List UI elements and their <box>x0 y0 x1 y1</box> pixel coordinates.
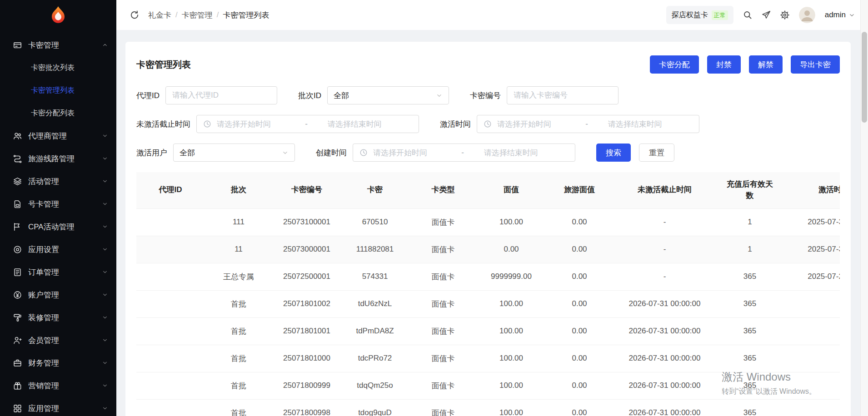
table-cell: 574331 <box>341 263 409 290</box>
sidebar-item[interactable]: 订单管理 <box>0 261 116 283</box>
reset-button[interactable]: 重置 <box>639 144 674 162</box>
table-cell: 25072500001 <box>273 263 341 290</box>
sidebar-item[interactable]: 装修管理 <box>0 306 116 329</box>
table-cell: 2025-07-31 21: <box>784 236 840 263</box>
range-end-placeholder: 请选择结束时间 <box>592 119 693 129</box>
chevron-down-icon <box>436 92 443 99</box>
table-cell <box>784 317 840 345</box>
chevron-down-icon <box>102 382 108 389</box>
marketing-icon <box>13 381 22 391</box>
unban-button[interactable]: 解禁 <box>749 55 783 74</box>
sidebar-item[interactable]: 应用管理 <box>0 397 116 416</box>
avatar[interactable] <box>799 7 815 23</box>
breadcrumb-separator: / <box>217 10 219 20</box>
activate-user-select-value: 全部 <box>180 148 195 158</box>
activate-time-range-picker[interactable]: 请选择开始时间 - 请选择结束时间 <box>477 115 699 133</box>
activate-user-select[interactable]: 全部 <box>173 144 295 162</box>
table-cell: 首批 <box>205 372 273 399</box>
agent-id-input[interactable] <box>165 86 277 104</box>
table-cell: 11 <box>205 236 273 263</box>
table-cell: 0.00 <box>545 345 614 372</box>
table-cell: 670510 <box>341 208 409 236</box>
table-cell: 9999999.00 <box>477 263 545 290</box>
user-menu[interactable]: admin <box>825 10 855 20</box>
table-cell: 面值卡 <box>409 236 477 263</box>
table-header-cell: 旅游面值 <box>545 172 614 208</box>
search-icon[interactable] <box>743 10 752 20</box>
sidebar-item[interactable]: 应用设置 <box>0 238 116 261</box>
send-icon[interactable] <box>762 10 771 20</box>
sidebar-item[interactable]: 账户管理 <box>0 283 116 306</box>
breadcrumb-item[interactable]: 礼金卡 <box>148 10 171 20</box>
card-assign-button[interactable]: 卡密分配 <box>650 55 699 74</box>
decoration-icon <box>13 313 22 322</box>
table-cell: 王总专属 <box>205 263 273 290</box>
table-cell: 首批 <box>205 290 273 317</box>
range-separator: - <box>461 148 464 157</box>
table-cell <box>136 236 205 263</box>
create-time-range-picker[interactable]: 请选择开始时间 - 请选择结束时间 <box>353 144 575 162</box>
table-cell: 0.00 <box>545 399 614 416</box>
sidebar-subitem-active[interactable]: 卡密管理列表 <box>0 79 116 102</box>
table-cell: 25073100001 <box>273 208 341 236</box>
sidebar-item[interactable]: 卡密管理 <box>0 34 116 56</box>
chevron-down-icon <box>102 178 108 184</box>
table-header-cell: 面值 <box>477 172 545 208</box>
filter-row-3: 激活用户 全部 创建时间 <box>136 144 840 162</box>
agent-id-label: 代理ID <box>136 90 160 101</box>
user-name: admin <box>825 10 846 20</box>
table-header-cell: 卡密 <box>341 172 409 208</box>
table-cell: 0.00 <box>477 236 545 263</box>
table-cell <box>136 317 205 345</box>
sidebar-item[interactable]: CPA活动管理 <box>0 215 116 238</box>
scrollbar-thumb[interactable] <box>862 32 867 123</box>
table-row: 11125073100001670510面值卡100.000.00-12025-… <box>136 208 840 236</box>
table-cell: tdU6zNzL <box>341 290 409 317</box>
chevron-down-icon <box>102 405 108 411</box>
refresh-icon[interactable] <box>130 10 139 20</box>
table-cell: 面值卡 <box>409 263 477 290</box>
batch-id-select[interactable]: 全部 <box>327 86 449 104</box>
table-cell <box>784 345 840 372</box>
table-cell: 365 <box>716 399 784 416</box>
table-cell: 面值卡 <box>409 290 477 317</box>
breadcrumb-item[interactable]: 卡密管理 <box>182 10 213 20</box>
card-no-input[interactable] <box>507 86 619 104</box>
table-cell: 365 <box>716 345 784 372</box>
table-cell: - <box>614 236 716 263</box>
sidebar-item[interactable]: 代理商管理 <box>0 124 116 147</box>
sidebar-item[interactable]: 财务管理 <box>0 352 116 374</box>
topbar: 礼金卡 / 卡密管理 / 卡密管理列表 探店权益卡 正常 <box>116 0 868 30</box>
current-card-label: 探店权益卡 <box>672 10 708 20</box>
sidebar-item[interactable]: 会员管理 <box>0 329 116 352</box>
table-cell: 25071801000 <box>273 345 341 372</box>
batch-id-select-value: 全部 <box>334 90 349 101</box>
sidebar-item[interactable]: 旅游线路管理 <box>0 147 116 170</box>
table-cell <box>784 372 840 399</box>
table-cell: 100.00 <box>477 317 545 345</box>
sim-card-icon <box>13 199 22 209</box>
current-card-pill[interactable]: 探店权益卡 正常 <box>666 6 733 24</box>
table-cell: - <box>614 263 716 290</box>
sidebar-item[interactable]: 活动管理 <box>0 170 116 193</box>
sidebar-subitem[interactable]: 卡密批次列表 <box>0 56 116 79</box>
table-cell: 365 <box>716 290 784 317</box>
table-cell: 首批 <box>205 317 273 345</box>
card-head: 卡密管理列表 卡密分配封禁解禁导出卡密 <box>136 42 840 86</box>
chevron-down-icon <box>282 149 289 156</box>
sidebar-subitem[interactable]: 卡密分配列表 <box>0 102 116 124</box>
export-cards-button[interactable]: 导出卡密 <box>791 55 840 74</box>
search-button[interactable]: 搜索 <box>596 144 631 162</box>
gear-icon[interactable] <box>780 10 789 20</box>
orders-icon <box>13 267 22 277</box>
inactive-deadline-label: 未激活截止时间 <box>136 119 190 129</box>
chevron-down-icon <box>848 12 855 19</box>
ban-button[interactable]: 封禁 <box>707 55 741 74</box>
table-cell: 2026-07-31 00:00:00 <box>614 345 716 372</box>
sidebar-item[interactable]: 号卡管理 <box>0 193 116 215</box>
table-header-cell: 卡类型 <box>409 172 477 208</box>
activity-icon <box>13 177 22 186</box>
sidebar-item[interactable]: 营销管理 <box>0 374 116 397</box>
inactive-deadline-range-picker[interactable]: 请选择开始时间 - 请选择结束时间 <box>196 115 419 133</box>
table-cell: 25071801001 <box>273 317 341 345</box>
